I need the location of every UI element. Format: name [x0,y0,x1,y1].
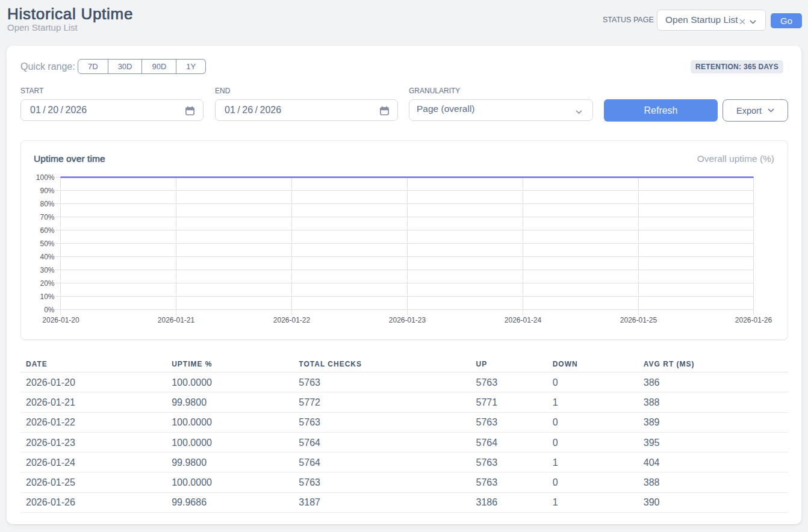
svg-text:10%: 10% [40,292,54,301]
svg-text:70%: 70% [40,213,54,221]
svg-text:40%: 40% [40,253,54,261]
svg-text:2026-01-22: 2026-01-22 [273,316,311,324]
svg-text:2026-01-24: 2026-01-24 [505,316,542,324]
svg-text:60%: 60% [40,226,54,235]
svg-text:100%: 100% [36,173,55,182]
svg-text:30%: 30% [40,266,54,274]
svg-text:2026-01-23: 2026-01-23 [389,316,426,324]
svg-text:2026-01-26: 2026-01-26 [735,316,772,324]
svg-text:2026-01-21: 2026-01-21 [158,316,195,324]
svg-text:0%: 0% [44,306,55,314]
svg-text:50%: 50% [40,240,54,248]
svg-text:20%: 20% [40,279,54,288]
svg-text:2026-01-25: 2026-01-25 [620,316,657,324]
svg-text:90%: 90% [40,187,54,195]
svg-text:80%: 80% [40,200,54,208]
svg-text:2026-01-20: 2026-01-20 [42,316,79,324]
